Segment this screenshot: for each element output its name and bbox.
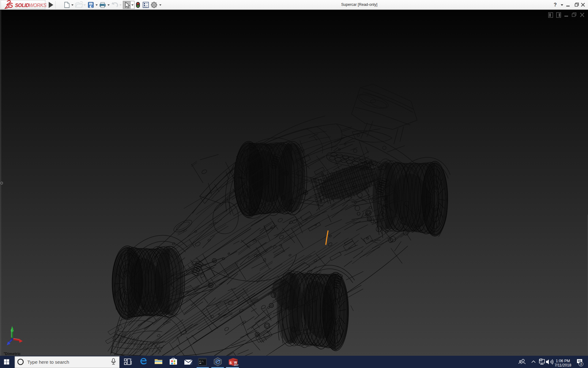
- svg-text:?: ?: [554, 2, 557, 7]
- svg-text:3: 3: [580, 362, 582, 366]
- svg-text:Type here to search: Type here to search: [27, 359, 69, 365]
- svg-text:SOLID: SOLID: [15, 3, 29, 8]
- svg-text:C:\: C:\: [199, 360, 204, 363]
- svg-text:2017: 2017: [234, 364, 239, 366]
- svg-text:7/11/2018: 7/11/2018: [555, 363, 571, 367]
- svg-text:1:06 PM: 1:06 PM: [556, 359, 570, 363]
- svg-text:WORKS: WORKS: [29, 3, 47, 8]
- svg-text:S: S: [230, 361, 232, 365]
